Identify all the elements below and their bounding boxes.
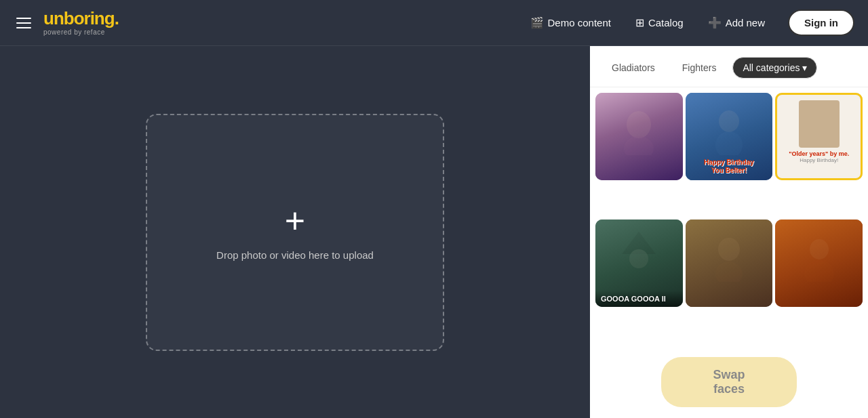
svg-point-6 [718, 238, 740, 261]
tab-fighters[interactable]: Fighters [671, 58, 728, 78]
bday-subtitle: "Older years" by me. [789, 150, 849, 157]
gallery-item-2[interactable]: Happy BirthdayYou Belter! [686, 93, 773, 180]
svg-point-7 [715, 262, 743, 282]
person-silhouette-2 [709, 108, 749, 155]
gallery-item-4[interactable]: GOOOA GOOOA II [595, 220, 683, 307]
add-new-label: Add new [726, 17, 765, 28]
gallery-item-5[interactable] [686, 220, 773, 307]
svg-point-5 [629, 249, 648, 268]
logo-subtitle: powered by reface [43, 28, 119, 36]
birthday-card: "Older years" by me. Happy Birthday! [776, 93, 862, 180]
plus-icon: + [285, 203, 305, 238]
add-new-button[interactable]: ➕ Add new [698, 11, 774, 35]
tab-gladiators[interactable]: Gladiators [601, 58, 666, 78]
catalog-button[interactable]: ⊞ Catalog [626, 11, 693, 35]
demo-label: Demo content [548, 17, 611, 28]
add-icon: ➕ [708, 16, 722, 29]
svg-point-1 [624, 136, 654, 155]
upload-dropzone[interactable]: + Drop photo or video here to upload [146, 114, 444, 351]
chevron-down-icon: ▾ [802, 62, 807, 73]
person-silhouette-5 [709, 234, 749, 282]
person-silhouette-6 [799, 234, 840, 282]
bday-text: Happy Birthday! [800, 157, 838, 163]
witch-overlay-text: GOOOA GOOOA II [595, 291, 683, 307]
svg-point-9 [804, 260, 834, 282]
app-header: unboring. powered by reface 🎬 Demo conte… [0, 0, 868, 46]
birthday-overlay-text: Happy BirthdayYou Belter! [686, 159, 773, 175]
witch-silhouette [618, 230, 659, 285]
gallery-grid: Happy BirthdayYou Belter! "Older years" … [590, 87, 868, 349]
catalog-label: Catalog [648, 17, 684, 28]
demo-icon: 🎬 [530, 16, 544, 29]
bday-photo [799, 100, 840, 148]
hamburger-menu-button[interactable] [14, 15, 34, 31]
logo-main: unboring [43, 8, 115, 28]
hamburger-line-3 [16, 27, 31, 28]
logo-dot: . [115, 8, 119, 28]
swap-button-area: Swap faces [590, 349, 868, 418]
gallery-item-6[interactable] [775, 220, 863, 307]
gallery-item-3[interactable]: "Older years" by me. Happy Birthday! [775, 93, 863, 180]
main-nav: 🎬 Demo content ⊞ Catalog ➕ Add new [521, 11, 774, 35]
right-panel: Gladiators Fighters All categories ▾ [590, 46, 868, 418]
swap-faces-button[interactable]: Swap faces [661, 357, 797, 407]
logo: unboring. powered by reface [43, 9, 119, 36]
svg-point-3 [715, 131, 743, 155]
sign-in-button[interactable]: Sign in [788, 9, 854, 36]
person-silhouette-1 [618, 108, 659, 155]
gallery-item-1[interactable] [595, 93, 683, 180]
hamburger-line-1 [16, 18, 31, 19]
demo-content-button[interactable]: 🎬 Demo content [521, 11, 620, 35]
hamburger-line-2 [16, 22, 31, 24]
category-tabs: Gladiators Fighters All categories ▾ [590, 46, 868, 87]
all-categories-label: All categories [743, 62, 800, 73]
catalog-icon: ⊞ [635, 16, 644, 29]
svg-point-0 [627, 111, 651, 138]
upload-hint-text: Drop photo or video here to upload [216, 249, 374, 261]
main-content: + Drop photo or video here to upload Gla… [0, 46, 868, 418]
upload-panel: + Drop photo or video here to upload [0, 46, 590, 418]
svg-point-2 [719, 110, 739, 132]
logo-text: unboring. [43, 9, 119, 27]
tab-all-categories[interactable]: All categories ▾ [732, 57, 817, 79]
svg-point-8 [810, 239, 829, 259]
